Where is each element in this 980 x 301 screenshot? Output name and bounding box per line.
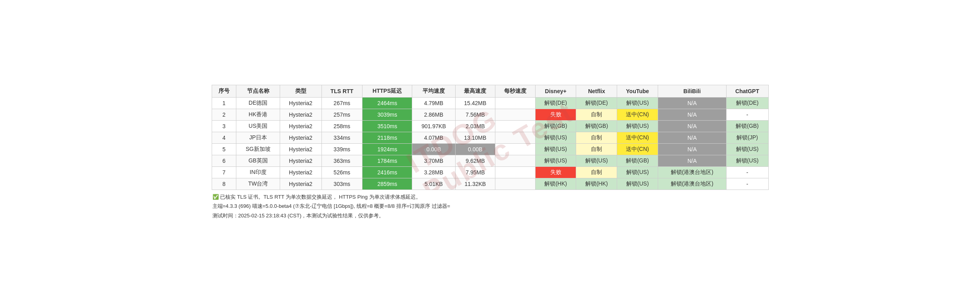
- column-header: 平均速度: [412, 85, 455, 97]
- table-cell: 解锁(US): [617, 178, 658, 190]
- table-cell: 解锁(DE): [535, 97, 576, 109]
- table-cell: [495, 132, 536, 143]
- table-cell: US美国: [236, 120, 280, 132]
- table-header-row: 序号节点名称类型TLS RTTHTTPS延迟平均速度最高速度每秒速度Disney…: [212, 85, 768, 97]
- table-cell: 2859ms: [362, 178, 412, 190]
- table-cell: [495, 143, 536, 155]
- table-cell: -: [726, 109, 768, 120]
- table-cell: [495, 178, 536, 190]
- table-cell: 送中(CN): [617, 143, 658, 155]
- table-cell: 失败: [535, 109, 576, 120]
- table-cell: 解锁(DE): [726, 97, 768, 109]
- table-cell: 解锁(GB): [617, 155, 658, 166]
- table-cell: 1: [212, 97, 236, 109]
- column-header: 序号: [212, 85, 236, 97]
- table-cell: 4.79MB: [412, 97, 455, 109]
- table-cell: TW台湾: [236, 178, 280, 190]
- table-cell: 解锁(GB): [535, 120, 576, 132]
- table-cell: 2464ms: [362, 97, 412, 109]
- table-cell: 3.28MB: [412, 166, 455, 178]
- footer-line: ✅ 已核实 TLS 证书。TLS RTT 为单次数据交换延迟， HTTPS Pi…: [212, 192, 768, 201]
- table-cell: 3.70MB: [412, 155, 455, 166]
- table-cell: 自制: [576, 166, 617, 178]
- table-cell: 901.97KB: [412, 120, 455, 132]
- table-cell: Hysteria2: [280, 120, 321, 132]
- table-cell: Hysteria2: [280, 132, 321, 143]
- table-cell: 2118ms: [362, 132, 412, 143]
- table-row: 7IN印度Hysteria2526ms2416ms3.28MB7.95MB失败自…: [212, 166, 768, 178]
- column-header: 每秒速度: [495, 85, 536, 97]
- table-cell: Hysteria2: [280, 178, 321, 190]
- table-cell: HK香港: [236, 109, 280, 120]
- table-cell: 解锁(US): [535, 143, 576, 155]
- table-cell: N/A: [658, 143, 726, 155]
- table-cell: 解锁(GB): [576, 120, 617, 132]
- column-header: YouTube: [617, 85, 658, 97]
- table-cell: 257ms: [321, 109, 362, 120]
- table-cell: 送中(CN): [617, 109, 658, 120]
- table-cell: 7.95MB: [455, 166, 495, 178]
- column-header: 节点名称: [236, 85, 280, 97]
- table-row: 8TW台湾Hysteria2303ms2859ms5.01KB11.32KB解锁…: [212, 178, 768, 190]
- table-cell: 4: [212, 132, 236, 143]
- table-row: 1DE德国Hysteria2267ms2464ms4.79MB15.42MB解锁…: [212, 97, 768, 109]
- table-cell: 1924ms: [362, 143, 412, 155]
- table-cell: 6: [212, 155, 236, 166]
- table-cell: 送中(CN): [617, 132, 658, 143]
- table-cell: 7: [212, 166, 236, 178]
- table-cell: 解锁(US): [535, 132, 576, 143]
- table-cell: 失败: [535, 166, 576, 178]
- column-header: Netflix: [576, 85, 617, 97]
- column-header: TLS RTT: [321, 85, 362, 97]
- column-header: 最高速度: [455, 85, 495, 97]
- table-cell: 解锁(港澳台地区): [658, 166, 726, 178]
- table-cell: JP日本: [236, 132, 280, 143]
- table-cell: 解锁(US): [726, 143, 768, 155]
- table-cell: 解锁(US): [617, 166, 658, 178]
- table-cell: [495, 109, 536, 120]
- table-cell: 解锁(US): [576, 155, 617, 166]
- column-header: HTTPS延迟: [362, 85, 412, 97]
- column-header: 类型: [280, 85, 321, 97]
- table-cell: 自制: [576, 109, 617, 120]
- table-cell: 0.00B: [412, 143, 455, 155]
- table-cell: N/A: [658, 155, 726, 166]
- table-cell: 解锁(US): [726, 155, 768, 166]
- table-cell: 339ms: [321, 143, 362, 155]
- table-body: 1DE德国Hysteria2267ms2464ms4.79MB15.42MB解锁…: [212, 97, 768, 190]
- table-cell: 8: [212, 178, 236, 190]
- table-cell: 11.32KB: [455, 178, 495, 190]
- table-cell: 4.07MB: [412, 132, 455, 143]
- table-cell: 15.42MB: [455, 97, 495, 109]
- table-cell: Hysteria2: [280, 97, 321, 109]
- table-cell: DE德国: [236, 97, 280, 109]
- table-cell: N/A: [658, 120, 726, 132]
- table-cell: 解锁(HK): [535, 178, 576, 190]
- table-cell: 2.03MB: [455, 120, 495, 132]
- table-cell: 5.01KB: [412, 178, 455, 190]
- page-title: [212, 78, 769, 85]
- table-cell: 2: [212, 109, 236, 120]
- table-cell: -: [726, 178, 768, 190]
- table-cell: 解锁(US): [617, 97, 658, 109]
- table-row: 3US美国Hysteria2258ms3510ms901.97KB2.03MB解…: [212, 120, 768, 132]
- table-cell: 258ms: [321, 120, 362, 132]
- table-row: 6GB英国Hysteria2363ms1784ms3.70MB9.62MB解锁(…: [212, 155, 768, 166]
- footer: ✅ 已核实 TLS 证书。TLS RTT 为单次数据交换延迟， HTTPS Pi…: [212, 190, 769, 223]
- table-cell: 526ms: [321, 166, 362, 178]
- table-cell: [495, 166, 536, 178]
- table-cell: -: [726, 166, 768, 178]
- table-cell: 1784ms: [362, 155, 412, 166]
- table-cell: 13.10MB: [455, 132, 495, 143]
- table-cell: GB英国: [236, 155, 280, 166]
- table-cell: [495, 120, 536, 132]
- table-cell: Hysteria2: [280, 166, 321, 178]
- table-row: 5SG新加坡Hysteria2339ms1924ms0.00B0.00B解锁(U…: [212, 143, 768, 155]
- table-cell: 2416ms: [362, 166, 412, 178]
- table-cell: N/A: [658, 132, 726, 143]
- table-cell: 解锁(HK): [576, 178, 617, 190]
- results-table: 序号节点名称类型TLS RTTHTTPS延迟平均速度最高速度每秒速度Disney…: [212, 85, 769, 190]
- table-cell: 解锁(JP): [726, 132, 768, 143]
- table-row: 4JP日本Hysteria2334ms2118ms4.07MB13.10MB解锁…: [212, 132, 768, 143]
- table-cell: 解锁(DE): [576, 97, 617, 109]
